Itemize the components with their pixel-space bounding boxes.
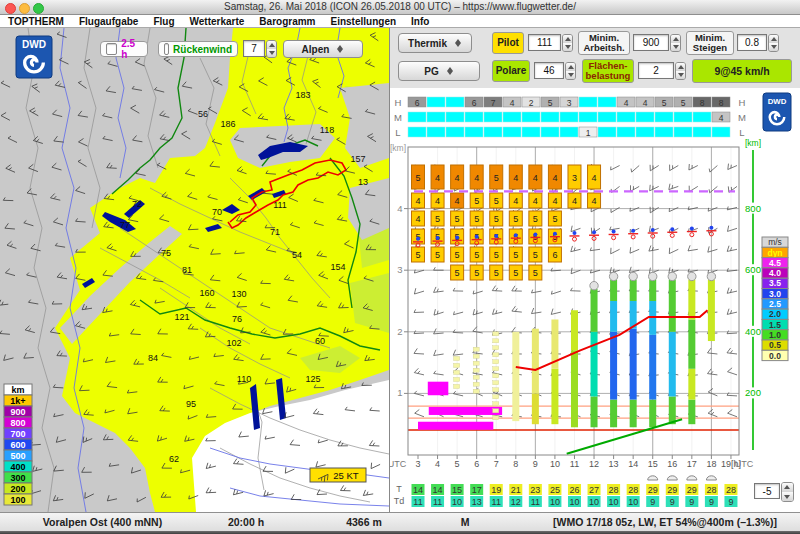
task-count-stepper[interactable] [266, 40, 277, 58]
svg-text:1.0: 1.0 [769, 330, 781, 340]
pilot-stepper[interactable] [562, 34, 573, 52]
map-region-distance: 118 [320, 125, 334, 135]
svg-text:5: 5 [552, 214, 557, 224]
polare-value: 46 [543, 65, 554, 76]
pilot-label-text: Pilot [497, 38, 519, 48]
svg-text:19: 19 [491, 485, 501, 495]
temp-offset-stepper[interactable] [781, 482, 794, 502]
polare-stepper[interactable] [565, 62, 576, 80]
svg-text:4: 4 [397, 203, 402, 214]
svg-text:H: H [739, 97, 746, 108]
task-count-input[interactable]: 7 [243, 40, 265, 57]
tailwind-checkbox-group[interactable]: Rückenwind [158, 41, 238, 57]
thermal-map[interactable]: 5618618311815713111707172777581541541601… [0, 28, 389, 512]
status-model-info: [WMO 17/18 05z, LW, ET 54%@400m (–1.3%)] [540, 516, 790, 528]
checkbox-tailwind[interactable] [164, 43, 169, 55]
svg-text:5: 5 [513, 268, 518, 278]
svg-text:7: 7 [491, 98, 496, 108]
menu-item-info[interactable]: Info [411, 16, 429, 27]
temp-offset-value: -5 [763, 486, 772, 497]
cloud-cover-cell [541, 127, 559, 137]
svg-text:3: 3 [397, 264, 402, 275]
cloud-cover-cell [408, 127, 426, 137]
svg-text:800: 800 [10, 418, 25, 428]
svg-text:5: 5 [474, 250, 479, 260]
svg-text:11: 11 [570, 459, 579, 469]
svg-text:200: 200 [10, 484, 25, 494]
checkbox-25h[interactable] [106, 43, 117, 55]
region-select[interactable]: Alpen [283, 40, 363, 58]
svg-text:Td: Td [394, 496, 405, 506]
status-bar: Voralpen Ost (400 mNN) 20:00 h 4366 m M … [0, 512, 800, 534]
min-working-height-input[interactable]: 900 [633, 34, 669, 51]
window-title: Samstag, 26. Mai 2018 (ICON 26.05.2018 0… [0, 1, 800, 12]
svg-text:3: 3 [415, 459, 420, 469]
svg-text:5: 5 [455, 459, 460, 469]
content-area: 5618618311815713111707172777581541541601… [0, 28, 800, 512]
svg-text:L: L [739, 127, 744, 138]
menu-item-flug[interactable]: Flug [153, 16, 174, 27]
svg-text:12: 12 [511, 497, 521, 507]
chevron-updown-icon [335, 43, 344, 55]
svg-text:5: 5 [435, 250, 440, 260]
mode-select[interactable]: Thermik [398, 33, 472, 53]
svg-text:5: 5 [455, 250, 460, 260]
status-location: Voralpen Ost (400 mNN) [20, 516, 185, 528]
wing-loading-input[interactable]: 2 [638, 62, 674, 79]
svg-text:[km]: [km] [390, 143, 406, 153]
pilot-input[interactable]: 111 [528, 34, 561, 51]
svg-text:9: 9 [670, 497, 675, 507]
temp-offset-input[interactable]: -5 [754, 483, 780, 499]
svg-text:27: 27 [589, 485, 599, 495]
svg-text:5: 5 [494, 173, 499, 183]
cloud-cover-cell [446, 112, 464, 122]
menu-item-toptherm[interactable]: TOPTHERM [8, 16, 64, 27]
chevron-updown-icon [445, 65, 454, 77]
min-climb-stepper[interactable] [768, 34, 779, 52]
svg-text:1k+: 1k+ [10, 396, 25, 406]
svg-text:DWD: DWD [768, 97, 787, 106]
polar-result-text: 9@45 km/h [714, 66, 769, 76]
svg-text:5: 5 [435, 214, 440, 224]
svg-text:2.5: 2.5 [769, 299, 781, 309]
svg-text:2: 2 [397, 326, 402, 337]
svg-text:10: 10 [589, 497, 599, 507]
menu-item-flugaufgabe[interactable]: Flugaufgabe [79, 16, 138, 27]
svg-text:11: 11 [413, 497, 422, 507]
map-region-distance: 72 [132, 199, 142, 209]
cumulus-top-icon [649, 272, 657, 280]
map-region-distance: 75 [161, 248, 171, 258]
min-working-height-stepper[interactable] [670, 34, 681, 52]
map-region-distance: 95 [186, 399, 196, 409]
svg-text:25: 25 [550, 485, 560, 495]
status-time: 20:00 h [215, 516, 277, 528]
polar-type-select[interactable]: PG [398, 61, 480, 81]
svg-text:4: 4 [474, 173, 479, 183]
svg-text:4: 4 [415, 196, 420, 206]
svg-text:23: 23 [530, 485, 540, 495]
climb-legend: m/sdyn4.54.03.53.02.52.01.51.00.50.0 [762, 237, 788, 361]
menu-item-einstellungen[interactable]: Einstellungen [330, 16, 396, 27]
svg-text:600: 600 [10, 440, 25, 450]
time-25h-checkbox-group[interactable]: 2.5 h [100, 41, 148, 57]
svg-text:400: 400 [745, 326, 761, 337]
map-region-distance: 110 [237, 374, 251, 384]
menu-item-barogramm[interactable]: Barogramm [259, 16, 315, 27]
map-region-distance: 70 [212, 207, 222, 217]
svg-text:[km]: [km] [745, 138, 761, 148]
cloud-cover-cell [427, 127, 445, 137]
cloud-cover-cell [522, 127, 540, 137]
svg-text:4: 4 [592, 196, 597, 206]
menu-item-wetterkarte[interactable]: Wetterkarte [190, 16, 245, 27]
polare-input[interactable]: 46 [534, 62, 564, 79]
svg-text:5: 5 [548, 98, 553, 108]
svg-text:700: 700 [10, 429, 25, 439]
mode-select-value: Thermik [408, 38, 447, 49]
topTherm-window: Samstag, 26. Mai 2018 (ICON 26.05.2018 0… [0, 0, 800, 534]
svg-text:400: 400 [10, 462, 25, 472]
min-climb-input[interactable]: 0.8 [737, 34, 767, 51]
wing-loading-stepper[interactable] [675, 62, 686, 80]
cumulus-top-icon [688, 272, 696, 280]
svg-text:4: 4 [624, 98, 629, 108]
chevron-updown-icon [453, 37, 462, 49]
